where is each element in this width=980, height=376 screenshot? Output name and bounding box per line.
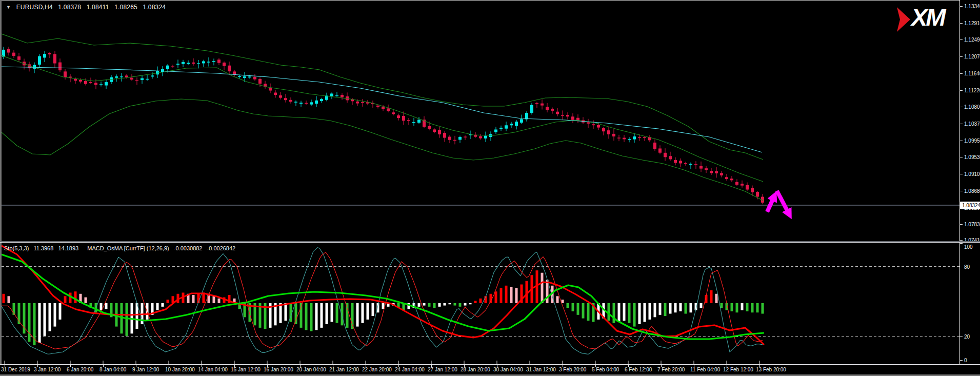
price-tick <box>960 90 963 91</box>
price-tick-label: 1.10370 <box>964 121 980 127</box>
bollinger-lower-line <box>2 99 763 201</box>
price-tick-label: 1.09100 <box>964 171 980 177</box>
time-tick-label: 22 Jan 20:00 <box>362 367 392 372</box>
time-tick-label: 30 Jan 04:00 <box>493 367 523 372</box>
time-tick-label: 28 Jan 20:00 <box>461 367 490 372</box>
time-tick-label: 3 Feb 20:00 <box>559 367 586 372</box>
close-value: 1.08324 <box>143 4 166 11</box>
time-tick-label: 31 Jan 12:00 <box>526 367 556 372</box>
candles <box>2 47 764 204</box>
price-tick <box>960 174 963 174</box>
time-tick-label: 14 Jan 04:00 <box>198 367 228 372</box>
price-tick <box>960 224 963 225</box>
price-tick <box>960 191 963 191</box>
price-tick-label: 1.13340 <box>964 4 980 9</box>
price-tick <box>960 124 963 124</box>
window-separator[interactable] <box>0 241 980 243</box>
annotation-arrows <box>767 191 789 214</box>
macd-main-value: -0.0030882 <box>174 245 203 251</box>
mt4-chart-window: ▼ EURUSD,H4 1.08378 1.08411 1.08265 1.08… <box>0 0 980 376</box>
price-tick-label: 1.12490 <box>964 37 980 43</box>
bollinger-upper-line <box>2 34 763 160</box>
time-tick-label: 6 Jan 20:00 <box>67 367 93 372</box>
time-tick-label: 20 Jan 04:00 <box>296 367 326 372</box>
time-tick-label: 31 Dec 2019 <box>1 367 30 372</box>
time-tick-label: 16 Jan 20:00 <box>264 367 293 372</box>
symbol-label: EURUSD,H4 <box>16 4 53 11</box>
time-tick-label: 11 Feb 04:00 <box>690 367 720 372</box>
macd-signal-value: -0.0026842 <box>207 245 236 251</box>
price-tick-label: 1.12910 <box>964 21 980 26</box>
price-tick-label: 1.10800 <box>964 104 980 110</box>
time-tick-label: 3 Jan 12:00 <box>34 367 61 372</box>
ma-cyan-line <box>2 67 762 152</box>
price-tick <box>960 107 963 107</box>
high-value: 1.08411 <box>87 4 109 11</box>
price-tick-label: 1.08680 <box>964 188 980 194</box>
indicator-tick-label: 0 <box>964 358 967 363</box>
main-price-chart[interactable] <box>2 0 959 241</box>
price-tick <box>960 73 963 74</box>
indicator-tick <box>960 360 963 361</box>
price-tick-label: 1.11220 <box>964 88 980 93</box>
open-value: 1.08378 <box>58 4 81 11</box>
symbol-ohlc-header: ▼ EURUSD,H4 1.08378 1.08411 1.08265 1.08… <box>6 4 169 11</box>
price-tick <box>960 56 963 57</box>
indicator-pane[interactable] <box>2 243 959 364</box>
time-axis[interactable]: 31 Dec 20193 Jan 12:006 Jan 20:008 Jan 0… <box>0 365 980 374</box>
time-tick-label: 24 Jan 04:00 <box>395 367 425 372</box>
indicator-tick <box>960 243 963 244</box>
price-tick-label: 1.09530 <box>964 154 980 160</box>
sto-name: Sto(5,3,3) <box>4 245 29 251</box>
sto-signal-value: 14.1893 <box>58 245 78 251</box>
price-tick <box>960 240 963 241</box>
time-tick-label: 27 Jan 12:00 <box>428 367 457 372</box>
price-tick-label: 1.07830 <box>964 222 980 227</box>
price-tick <box>960 157 963 157</box>
low-value: 1.08265 <box>114 4 137 11</box>
xm-logo-text: XM <box>911 3 945 31</box>
price-tick-label: 1.09950 <box>964 138 980 144</box>
price-tick <box>960 23 963 24</box>
price-tick <box>960 141 963 141</box>
price-tick-label: 1.11640 <box>964 71 980 76</box>
time-tick-label: 5 Feb 04:00 <box>592 367 619 372</box>
time-tick-label: 9 Jan 12:00 <box>132 367 159 372</box>
time-tick-label: 10 Jan 20:00 <box>165 367 195 372</box>
xm-logo-arrow-icon <box>896 6 913 34</box>
price-tick <box>960 6 963 7</box>
price-tick-label: 1.12070 <box>964 54 980 60</box>
macd-name: MACD_OsMA [CurrTF] (12,26,9) <box>87 245 169 251</box>
sto-fast-line <box>2 248 763 354</box>
symbol-dropdown-icon[interactable]: ▼ <box>6 5 11 10</box>
time-tick-label: 21 Jan 12:00 <box>329 367 359 372</box>
smoothed-red-line <box>2 246 764 345</box>
indicator-bottom-ticks <box>5 361 759 364</box>
indicator-tick <box>960 337 963 337</box>
time-tick-label: 15 Jan 12:00 <box>231 367 261 372</box>
price-axis[interactable]: 1.133401.129101.124901.120701.116401.112… <box>959 0 980 365</box>
time-tick-label: 6 Feb 12:00 <box>625 367 652 372</box>
bollinger-middle-line <box>2 55 763 182</box>
price-tick <box>960 39 963 40</box>
sto-main-value: 11.3968 <box>33 245 53 251</box>
indicator-tick-label: 20 <box>964 334 970 340</box>
time-tick-label: 7 Feb 20:00 <box>657 367 685 372</box>
time-tick-label: 12 Feb 12:00 <box>723 367 753 372</box>
indicator-header: Sto(5,3,3) 11.3968 14.1893 MACD_OsMA [Cu… <box>4 245 238 251</box>
indicator-tick-label: 80 <box>964 264 970 269</box>
time-tick-label: 8 Jan 04:00 <box>99 367 126 372</box>
indicator-tick <box>960 267 963 267</box>
time-tick-label: 13 Feb 20:00 <box>756 367 786 372</box>
time-axis-separator <box>0 364 980 365</box>
xm-logo: XM <box>896 6 955 34</box>
indicator-tick-label: 100 <box>964 244 973 250</box>
current-price-box: 1.08324 <box>960 202 980 209</box>
